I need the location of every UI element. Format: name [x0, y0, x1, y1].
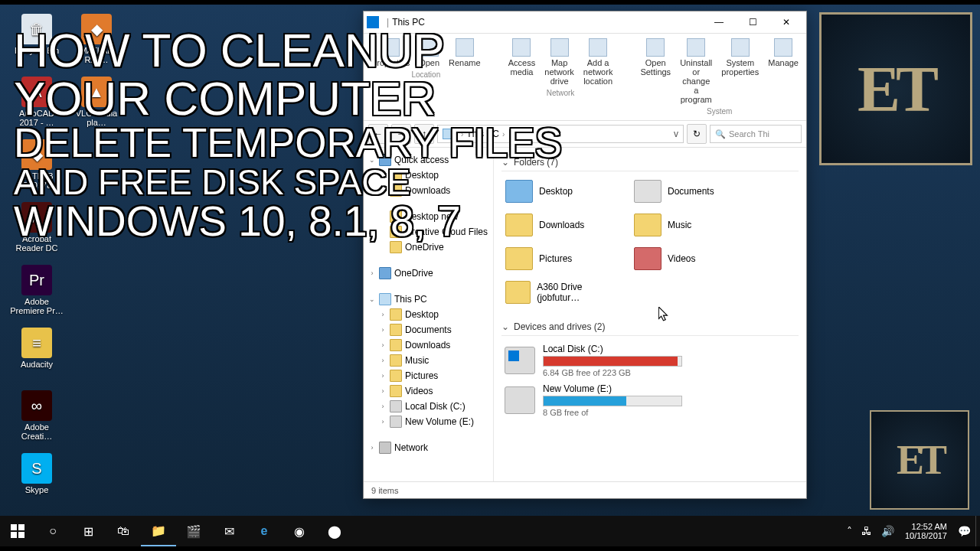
maximize-button[interactable]: ☐ — [736, 11, 769, 33]
desktop-icon[interactable]: ◆MATLAB R20… — [69, 14, 124, 64]
nav-item[interactable]: ›Local Disk (C:) — [364, 399, 493, 414]
taskbar-app-movies[interactable]: 🎬 — [176, 516, 211, 546]
nav-item[interactable]: ›Desktop — [364, 307, 493, 322]
expand-caret-icon[interactable]: › — [368, 444, 376, 452]
folder-tile[interactable]: Documents — [630, 176, 753, 207]
tray-volume-icon[interactable]: 🔊 — [877, 525, 899, 537]
file-explorer-window[interactable]: | This PC — ☐ ✕ PropertiesOpenRenameLoca… — [363, 11, 807, 499]
nav-item[interactable]: ›Music — [364, 353, 493, 368]
nav-item[interactable]: Creative Cloud Files — [364, 224, 493, 240]
drive-capacity: 8 GB free of — [543, 408, 682, 417]
taskbar-app-explorer[interactable]: 📁 — [141, 516, 176, 546]
ribbon-item[interactable]: Open Settings — [640, 38, 671, 104]
ribbon-item[interactable]: Rename — [449, 38, 481, 67]
content-pane[interactable]: ⌄Folders (7) DesktopDocumentsDownloadsMu… — [494, 148, 806, 481]
expand-caret-icon[interactable]: › — [379, 357, 387, 364]
folder-tile[interactable]: Pictures — [501, 243, 624, 274]
taskbar-app-store[interactable]: 🛍 — [106, 516, 141, 546]
desktop-icon[interactable]: ≡Audacity — [9, 328, 64, 369]
folder-tile[interactable]: Music — [630, 210, 753, 240]
up-button[interactable]: ↑ — [414, 124, 434, 144]
show-desktop-button[interactable] — [975, 516, 980, 546]
folders-section-header[interactable]: ⌄Folders (7) — [501, 154, 799, 171]
ribbon-item-label: Access media — [508, 58, 536, 77]
desktop-icon[interactable]: 🗑Recycle Bin — [9, 14, 64, 55]
expand-caret-icon[interactable]: › — [379, 403, 387, 410]
task-view-icon[interactable]: ⊞ — [70, 516, 106, 546]
cortana-search-icon[interactable]: ○ — [35, 516, 70, 546]
taskbar-app-obs[interactable]: ⬤ — [317, 516, 352, 546]
breadcrumb[interactable]: This PC — [466, 129, 499, 139]
tray-network-icon[interactable]: 🖧 — [857, 525, 877, 537]
folder-tile[interactable]: Desktop — [501, 176, 624, 207]
nav-item[interactable]: ›OneDrive — [364, 266, 493, 281]
expand-caret-icon[interactable]: › — [379, 341, 387, 349]
nav-item[interactable]: ›Videos — [364, 383, 493, 399]
address-bar[interactable]: › This PC › v — [437, 125, 684, 143]
ribbon-item[interactable]: Manage — [768, 38, 799, 104]
nav-item-label: Creative Cloud Files — [405, 227, 488, 237]
ribbon-item-icon — [512, 38, 531, 57]
desktop-icon[interactable]: ∞Adobe Creati… — [9, 390, 64, 441]
nav-item[interactable]: ›Downloads — [364, 337, 493, 353]
nav-item[interactable]: ⌄This PC — [364, 292, 493, 307]
forward-button[interactable]: → — [391, 124, 411, 144]
folder-tile[interactable]: Downloads — [501, 210, 624, 240]
desktop-icon[interactable]: ▲VLC media pla… — [69, 77, 124, 127]
taskbar-clock[interactable]: 12:52 AM 10/18/2017 — [899, 522, 953, 540]
action-center-icon[interactable]: 💬 — [953, 525, 975, 537]
channel-badge-large: ET — [819, 12, 972, 165]
ribbon-item[interactable]: Open — [419, 38, 439, 67]
close-button[interactable]: ✕ — [769, 11, 803, 33]
expand-caret-icon[interactable]: ⌄ — [368, 156, 376, 164]
minimize-button[interactable]: — — [702, 11, 736, 33]
ribbon-item[interactable]: Uninstall or change a program — [680, 38, 712, 104]
ribbon-item[interactable]: Access media — [508, 38, 536, 86]
capacity-bar — [543, 396, 682, 406]
nav-item[interactable]: Desktop new — [364, 209, 493, 224]
nav-item-icon — [390, 324, 402, 336]
nav-item[interactable]: OneDrive — [364, 240, 493, 255]
tray-up-icon[interactable]: ˄ — [842, 525, 857, 537]
desktop-icon[interactable]: AAcrobat Reader DC — [9, 202, 64, 253]
drive-tile[interactable]: New Volume (E:)8 GB free of — [501, 380, 685, 420]
desktop-icon[interactable]: ◆MATLAB R2017a — [9, 139, 64, 190]
ribbon-item[interactable]: Add a network location — [583, 38, 613, 86]
nav-item[interactable]: ›Pictures — [364, 368, 493, 383]
nav-item[interactable]: Downloads — [364, 183, 493, 198]
nav-item[interactable]: Desktop — [364, 168, 493, 183]
drive-tile[interactable]: Local Disk (C:)6.84 GB free of 223 GB — [501, 341, 685, 380]
search-input[interactable]: 🔍Search Thi — [710, 125, 802, 143]
desktop-icon[interactable]: PrAdobe Premiere Pr… — [9, 265, 64, 315]
titlebar[interactable]: | This PC — ☐ ✕ — [364, 11, 806, 33]
expand-caret-icon[interactable]: › — [379, 418, 387, 425]
expand-caret-icon[interactable]: › — [368, 269, 376, 277]
nav-item[interactable]: ›New Volume (E:) — [364, 414, 493, 429]
ribbon-item[interactable]: Properties — [371, 38, 410, 67]
desktop-icon[interactable]: AAutoCAD 2017 - … — [9, 77, 64, 127]
folder-tile[interactable]: Videos — [630, 243, 753, 274]
folder-tile[interactable]: A360 Drive (jobfutur… — [501, 277, 624, 308]
back-button[interactable]: ← — [368, 124, 388, 144]
expand-caret-icon[interactable]: › — [379, 326, 387, 334]
start-button[interactable] — [0, 516, 35, 546]
ribbon-item-icon — [381, 38, 400, 57]
nav-item[interactable]: ›Network — [364, 440, 493, 455]
navigation-pane[interactable]: ⌄Quick accessDesktopDownloadsDesktop new… — [364, 148, 494, 481]
nav-item[interactable]: ⌄Quick access — [364, 152, 493, 168]
taskbar[interactable]: ○ ⊞ 🛍 📁 🎬 ✉ e ◉ ⬤ ˄ 🖧 🔊 12:52 AM 10/18/2… — [0, 516, 980, 546]
thispc-icon — [367, 16, 379, 28]
desktop-icon[interactable]: SSkype — [9, 453, 64, 494]
expand-caret-icon[interactable]: › — [379, 387, 387, 395]
expand-caret-icon[interactable]: › — [379, 372, 387, 380]
expand-caret-icon[interactable]: ⌄ — [368, 295, 376, 303]
refresh-button[interactable]: ↻ — [687, 124, 707, 144]
ribbon-item[interactable]: Map network drive — [544, 38, 574, 86]
expand-caret-icon[interactable]: › — [379, 311, 387, 318]
taskbar-app-mail[interactable]: ✉ — [211, 516, 247, 546]
taskbar-app-edge[interactable]: e — [247, 516, 282, 546]
ribbon-item[interactable]: System properties — [721, 38, 759, 104]
taskbar-app-chrome[interactable]: ◉ — [282, 516, 317, 546]
nav-item[interactable]: ›Documents — [364, 322, 493, 337]
drives-section-header[interactable]: ⌄Devices and drives (2) — [501, 318, 799, 336]
